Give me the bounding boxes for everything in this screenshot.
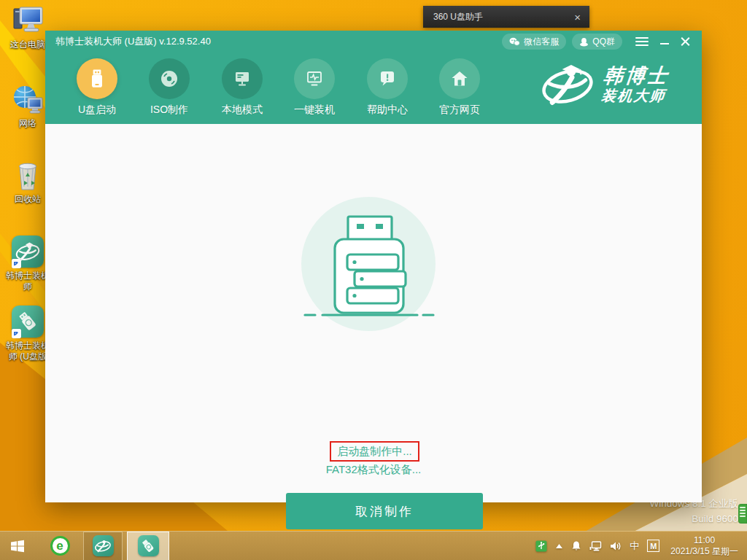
nav-official-site[interactable]: 官方网页 <box>423 58 496 117</box>
menu-icon[interactable] <box>635 37 649 46</box>
nav-label: 官方网页 <box>423 104 496 117</box>
brand-logo-icon <box>540 61 595 108</box>
shortcut-arrow-icon <box>12 329 21 338</box>
hanboshi-taskbar-icon <box>93 535 114 556</box>
start-button[interactable] <box>0 532 35 560</box>
usb-creating-illustration <box>295 196 441 335</box>
input-language-indicator[interactable]: 中 <box>630 540 639 553</box>
nav-usb-boot[interactable]: U盘启动 <box>61 58 133 117</box>
usb-tray-icon[interactable] <box>535 540 547 552</box>
taskbar: e <box>0 531 747 560</box>
status-primary-text: 启动盘制作中... <box>337 445 412 459</box>
edge-green-widget[interactable] <box>738 504 747 524</box>
home-icon <box>439 58 480 99</box>
usb-drive-icon <box>77 58 117 99</box>
window-titlebar[interactable]: 韩博士装机大师 (U盘版) v.12.9.52.40 微信客服 QQ群 <box>45 31 702 51</box>
app-window: 韩博士装机大师 (U盘版) v.12.9.52.40 微信客服 QQ群 <box>45 31 702 502</box>
monitor-icon <box>222 58 263 99</box>
brand-logo-text: 韩博士 装机大师 <box>600 65 670 104</box>
nav-one-key-install[interactable]: 一键装机 <box>278 58 351 117</box>
qq-group-button[interactable]: QQ群 <box>572 34 622 50</box>
hanboshi-usb-taskbar-icon <box>138 535 159 556</box>
qq-group-label: QQ群 <box>592 36 615 48</box>
brand-logo: 韩博士 装机大师 <box>540 57 696 112</box>
nav-label: ISO制作 <box>133 104 206 117</box>
clock-date: 2021/3/15 星期一 <box>670 546 738 557</box>
monitor-pulse-icon <box>294 58 335 99</box>
shortcut-arrow-icon <box>12 259 21 268</box>
network-icon[interactable] <box>589 541 602 551</box>
wechat-support-button[interactable]: 微信客服 <box>502 34 566 50</box>
qq-icon <box>579 37 589 47</box>
hanboshi-app-icon <box>11 236 44 269</box>
watermark-line2: Build 9600 <box>649 511 738 526</box>
taskbar-hanboshi-usb-button[interactable] <box>127 532 169 560</box>
taskbar-browser-button[interactable]: e <box>47 532 73 560</box>
notification-bar-360[interactable]: 360 U盘助手 × <box>423 6 589 28</box>
nav-iso-create[interactable]: ISO制作 <box>133 58 206 117</box>
nav-local-mode[interactable]: 本地模式 <box>206 58 279 117</box>
notifications-bell-icon[interactable] <box>571 540 581 551</box>
this-pc-icon <box>11 4 44 38</box>
help-bubble-icon <box>367 58 408 99</box>
wechat-icon <box>509 37 520 47</box>
annotation-red-box: 启动盘制作中... <box>330 441 419 462</box>
close-icon[interactable] <box>681 37 690 47</box>
wechat-support-label: 微信客服 <box>524 36 559 48</box>
notification-title: 360 U盘助手 <box>423 11 565 23</box>
network-icon <box>11 83 44 117</box>
clock-time: 11:00 <box>670 535 738 546</box>
taskbar-clock[interactable]: 11:00 2021/3/15 星期一 <box>667 535 741 557</box>
minimize-icon[interactable] <box>660 37 669 46</box>
notification-close-icon[interactable]: × <box>565 11 589 23</box>
show-hidden-icons-chevron[interactable] <box>555 543 563 549</box>
status-secondary-text: FAT32格式化设备... <box>45 463 702 477</box>
cancel-create-button[interactable]: 取消制作 <box>286 493 483 529</box>
windows-logo-icon <box>9 537 26 555</box>
ime-mode-badge[interactable]: M <box>647 540 659 552</box>
nav-label: 一键装机 <box>278 104 351 117</box>
window-content: 启动盘制作中... FAT32格式化设备... 取消制作 <box>45 124 702 502</box>
nav-label: 帮助中心 <box>351 104 424 117</box>
window-header: 韩博士装机大师 (U盘版) v.12.9.52.40 微信客服 QQ群 <box>45 31 702 124</box>
system-tray: 中 M 11:00 2021/3/15 星期一 <box>535 532 747 560</box>
browser-e-icon: e <box>50 536 70 556</box>
nav-label: U盘启动 <box>61 104 133 117</box>
cd-disc-icon <box>149 58 190 99</box>
hanboshi-usb-app-icon <box>11 306 44 339</box>
taskbar-hanboshi-button[interactable] <box>83 532 123 560</box>
nav-label: 本地模式 <box>206 104 279 117</box>
recycle-bin-icon <box>11 159 44 192</box>
volume-icon[interactable] <box>610 541 622 551</box>
nav-help-center[interactable]: 帮助中心 <box>351 58 424 117</box>
window-title: 韩博士装机大师 (U盘版) v.12.9.52.40 <box>55 31 211 52</box>
